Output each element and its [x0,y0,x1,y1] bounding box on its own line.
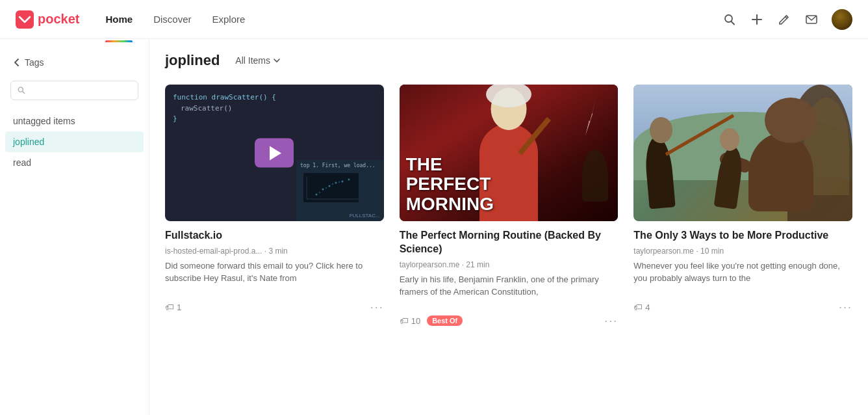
card-3-more-button[interactable]: ··· [839,301,852,314]
logo-text: pocket [38,12,79,27]
edit-icon[interactable] [777,12,791,27]
tag-icon: 🏷 [165,302,174,312]
play-button[interactable] [255,139,294,168]
card-1[interactable]: function drawScatter() { rawScatter() } … [165,85,384,328]
filter-label: All Items [235,55,270,66]
svg-point-19 [326,187,327,189]
nav-discover[interactable]: Discover [153,8,191,30]
card-2-excerpt: Early in his life, Benjamin Franklin, on… [400,273,619,299]
main-header: joplined All Items [165,52,852,69]
card-1-excerpt: Did someone forward this email to you? C… [165,260,384,285]
back-arrow-icon [13,59,21,66]
svg-point-14 [329,185,331,187]
card-3-tags: 🏷 4 [633,302,650,312]
sidebar-item-read[interactable]: read [0,152,149,173]
card-1-more-button[interactable]: ··· [370,301,384,314]
main-content: joplined All Items function drawScatter(… [149,39,868,415]
svg-point-21 [338,181,340,183]
card-1-actions: 🏷 1 ··· [165,294,384,314]
card-1-tag-count: 🏷 1 [165,302,181,312]
svg-point-16 [342,180,344,182]
svg-point-13 [322,188,324,190]
card-3-actions: 🏷 4 ··· [633,294,852,314]
card-3-thumbnail [633,85,852,221]
card-3-meta: taylorpearson.me · 10 min [633,247,852,256]
logo[interactable]: pocket [16,10,79,29]
svg-line-5 [785,16,787,18]
card-3-title: The Only 3 Ways to be More Productive [633,229,852,243]
sidebar-item-untagged[interactable]: untagged items [0,111,149,131]
page-title: joplined [165,52,220,69]
card-2-meta: taylorpearson.me · 21 min [400,260,619,269]
nav-explore[interactable]: Explore [212,8,246,30]
card-2-more-button[interactable]: ··· [604,314,618,328]
card-2-tag-count: 🏷 10 [400,315,420,326]
nav-home[interactable]: Home [105,8,133,30]
card-1-tags: 🏷 1 [165,302,181,312]
filter-dropdown[interactable]: All Items [230,53,286,68]
card-1-meta: is-hosted-email-api-prod.a... · 3 min [165,247,384,256]
back-label: Tags [25,57,44,68]
svg-point-12 [316,193,318,195]
svg-line-2 [732,21,735,25]
card-2-tags: 🏷 10 Best Of [400,315,463,326]
card-3-tag-count: 🏷 4 [633,302,650,312]
card-1-image: function drawScatter() { rawScatter() } … [165,85,384,221]
tag-search-box[interactable] [10,81,138,100]
card-2-thumbnail: THEPERFECTMORNING [400,85,619,221]
svg-rect-0 [16,10,34,29]
header-actions [722,9,852,30]
messages-icon[interactable] [804,12,819,27]
card-3-image [633,85,852,221]
svg-point-17 [348,178,350,180]
card-2-title: The Perfect Morning Routine (Backed By S… [400,229,619,256]
tag-search-input[interactable] [31,85,131,96]
svg-rect-9 [303,173,359,202]
add-icon[interactable] [750,12,764,27]
search-icon[interactable] [722,12,737,27]
card-2-actions: 🏷 10 Best Of ··· [400,308,619,328]
header: pocket Home Discover Explore [0,0,868,39]
card-1-thumbnail: function drawScatter() { rawScatter() } … [165,85,384,221]
layout: Tags untagged items joplined read joplin… [0,39,868,415]
svg-point-15 [335,181,337,183]
avatar-image [832,9,852,30]
card-1-title: Fullstack.io [165,229,384,243]
pocket-logo-icon [16,10,34,29]
svg-line-8 [23,91,25,93]
card-2-overlay-text: THEPERFECTMORNING [400,148,619,221]
svg-point-20 [332,183,333,185]
sidebar: Tags untagged items joplined read [0,39,149,415]
main-nav: Home Discover Explore [105,8,722,30]
card-2[interactable]: THEPERFECTMORNING The Perfect Morning Ro… [400,85,619,328]
card-2-image: THEPERFECTMORNING [400,85,619,221]
avatar[interactable] [832,9,852,30]
card-3-excerpt: Whenever you feel like you're not gettin… [633,260,852,285]
chevron-down-icon [273,57,281,64]
card-2-badge: Best Of [427,315,463,326]
back-to-tags[interactable]: Tags [0,52,149,73]
sidebar-search-icon [18,86,25,95]
cards-grid: function drawScatter() { rawScatter() } … [165,85,852,328]
sidebar-item-joplined[interactable]: joplined [5,131,144,152]
card-3[interactable]: The Only 3 Ways to be More Productive ta… [633,85,852,328]
svg-point-18 [319,192,320,193]
